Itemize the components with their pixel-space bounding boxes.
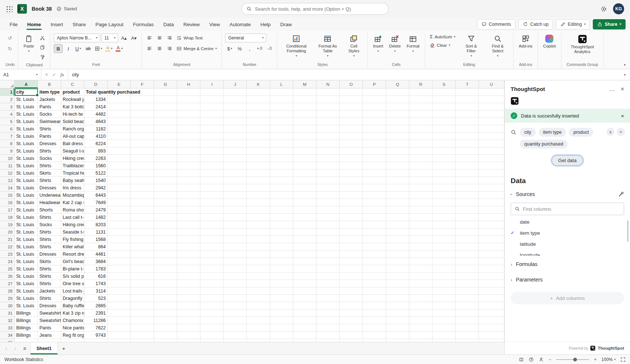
cell-U16[interactable] bbox=[479, 199, 504, 206]
cell-F25[interactable] bbox=[131, 265, 154, 273]
cell-I11[interactable] bbox=[200, 162, 224, 169]
cell-K32[interactable] bbox=[247, 317, 270, 324]
cell-P29[interactable] bbox=[363, 295, 386, 302]
cell-E24[interactable] bbox=[108, 258, 131, 265]
cell-F28[interactable] bbox=[131, 287, 154, 295]
conditional-formatting-button[interactable]: Conditional Formatting ▾ bbox=[281, 34, 312, 59]
cell-M25[interactable] bbox=[293, 265, 316, 273]
cell-K24[interactable] bbox=[247, 258, 270, 265]
cell-H31[interactable] bbox=[177, 309, 200, 317]
row-header-1[interactable]: 1 bbox=[0, 88, 15, 96]
cell-H5[interactable] bbox=[177, 118, 200, 125]
cell-M17[interactable] bbox=[293, 206, 316, 214]
cell-N30[interactable] bbox=[316, 302, 340, 309]
cell-N23[interactable] bbox=[316, 251, 340, 258]
align-top-button[interactable] bbox=[145, 34, 154, 42]
cell-K21[interactable] bbox=[247, 236, 270, 243]
cell-Q32[interactable] bbox=[386, 317, 409, 324]
cell-R4[interactable] bbox=[409, 111, 433, 118]
cell-F35[interactable] bbox=[131, 339, 154, 342]
cell-T32[interactable] bbox=[456, 317, 479, 324]
cell-T33[interactable] bbox=[456, 324, 479, 332]
cell-G18[interactable] bbox=[154, 214, 177, 221]
cell-Q1[interactable] bbox=[386, 88, 409, 96]
cell-B5[interactable]: Swimwear bbox=[38, 118, 61, 125]
cell-I30[interactable] bbox=[200, 302, 224, 309]
cell-F17[interactable] bbox=[131, 206, 154, 214]
clear-button[interactable]: Clear▾ bbox=[428, 42, 452, 49]
cell-I35[interactable] bbox=[200, 339, 224, 342]
cell-E9[interactable] bbox=[108, 147, 131, 155]
cell-F13[interactable] bbox=[131, 177, 154, 184]
cell-L19[interactable] bbox=[270, 221, 293, 228]
cell-D24[interactable]: 3684 bbox=[84, 258, 108, 265]
cell-H24[interactable] bbox=[177, 258, 200, 265]
cell-T28[interactable] bbox=[456, 287, 479, 295]
cell-G34[interactable] bbox=[154, 332, 177, 339]
cell-J32[interactable] bbox=[224, 317, 247, 324]
cell-U32[interactable] bbox=[479, 317, 504, 324]
cell-E6[interactable] bbox=[108, 125, 131, 133]
cell-L25[interactable] bbox=[270, 265, 293, 273]
strikethrough-button[interactable]: ab bbox=[84, 44, 92, 53]
find-select-button[interactable]: Find & Select ▾ bbox=[486, 34, 510, 59]
cell-M33[interactable] bbox=[293, 324, 316, 332]
cell-O5[interactable] bbox=[340, 118, 363, 125]
cell-B31[interactable]: Sweatshirt bbox=[38, 309, 61, 317]
row-header-15[interactable]: 15 bbox=[0, 192, 15, 199]
cell-P21[interactable] bbox=[363, 236, 386, 243]
cell-H13[interactable] bbox=[177, 177, 200, 184]
cell-D8[interactable]: 6224 bbox=[84, 140, 108, 147]
cell-S16[interactable] bbox=[433, 199, 456, 206]
cell-U27[interactable] bbox=[479, 280, 504, 287]
cell-E26[interactable] bbox=[108, 273, 131, 280]
cell-H26[interactable] bbox=[177, 273, 200, 280]
cell-I7[interactable] bbox=[200, 133, 224, 140]
global-search[interactable] bbox=[241, 3, 389, 15]
row-header-23[interactable]: 23 bbox=[0, 251, 15, 258]
cell-I1[interactable] bbox=[200, 88, 224, 96]
cell-Q30[interactable] bbox=[386, 302, 409, 309]
cell-K15[interactable] bbox=[247, 192, 270, 199]
cell-G10[interactable] bbox=[154, 155, 177, 162]
cell-H12[interactable] bbox=[177, 169, 200, 177]
cell-B6[interactable]: Shirts bbox=[38, 125, 61, 133]
search-token[interactable]: product bbox=[569, 128, 593, 137]
cell-K22[interactable] bbox=[247, 243, 270, 251]
cell-P1[interactable] bbox=[363, 88, 386, 96]
column-header-C[interactable]: C bbox=[61, 80, 84, 88]
row-header-35[interactable]: 35 bbox=[0, 339, 15, 342]
cell-E7[interactable] bbox=[108, 133, 131, 140]
cell-M13[interactable] bbox=[293, 177, 316, 184]
cell-M4[interactable] bbox=[293, 111, 316, 118]
tab-view[interactable]: View bbox=[205, 18, 224, 31]
cell-O29[interactable] bbox=[340, 295, 363, 302]
cell-S19[interactable] bbox=[433, 221, 456, 228]
cell-S20[interactable] bbox=[433, 228, 456, 236]
row-header-18[interactable]: 18 bbox=[0, 214, 15, 221]
cell-D17[interactable]: 2479 bbox=[84, 206, 108, 214]
cell-U2[interactable] bbox=[479, 96, 504, 103]
cell-H11[interactable] bbox=[177, 162, 200, 169]
cell-O14[interactable] bbox=[340, 184, 363, 192]
cell-D27[interactable]: 1743 bbox=[84, 280, 108, 287]
cell-D29[interactable]: 523 bbox=[84, 295, 108, 302]
cell-D19[interactable]: 8203 bbox=[84, 221, 108, 228]
cell-H32[interactable] bbox=[177, 317, 200, 324]
format-as-table-button[interactable]: Format As Table ▾ bbox=[314, 34, 341, 59]
cell-F5[interactable] bbox=[131, 118, 154, 125]
cell-P26[interactable] bbox=[363, 273, 386, 280]
cell-R16[interactable] bbox=[409, 199, 433, 206]
cell-O13[interactable] bbox=[340, 177, 363, 184]
cell-O7[interactable] bbox=[340, 133, 363, 140]
cell-I22[interactable] bbox=[200, 243, 224, 251]
cell-I14[interactable] bbox=[200, 184, 224, 192]
cell-G17[interactable] bbox=[154, 206, 177, 214]
cut-button[interactable] bbox=[38, 34, 47, 42]
cell-P30[interactable] bbox=[363, 302, 386, 309]
row-header-24[interactable]: 24 bbox=[0, 258, 15, 265]
cell-I5[interactable] bbox=[200, 118, 224, 125]
cell-S4[interactable] bbox=[433, 111, 456, 118]
cell-A2[interactable]: St. Louis bbox=[15, 96, 38, 103]
cell-R5[interactable] bbox=[409, 118, 433, 125]
